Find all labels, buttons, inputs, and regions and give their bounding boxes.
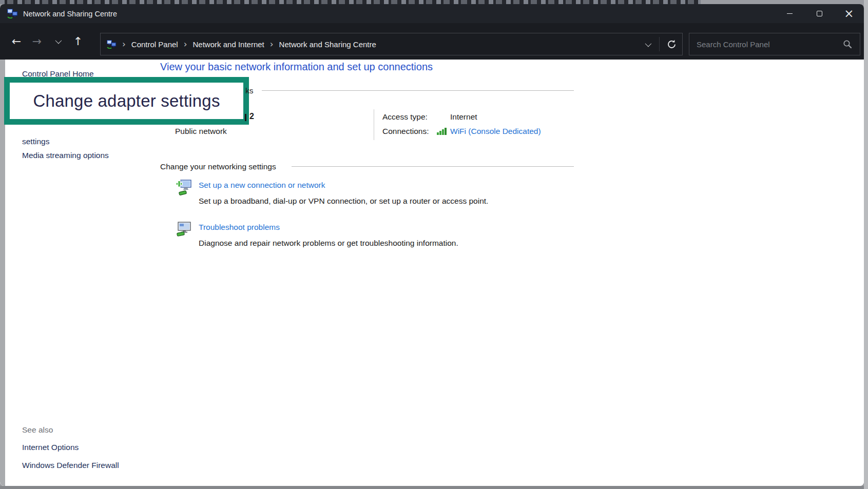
maximize-button[interactable]: [804, 4, 834, 23]
change-adapter-settings-label[interactable]: Change adapter settings: [33, 91, 220, 111]
setup-new-connection-link[interactable]: Set up a new connection or network: [199, 181, 325, 190]
search-box[interactable]: [689, 33, 860, 55]
navigation-toolbar: ← → ↑ › Control Panel › Network and Inte…: [0, 23, 864, 60]
maximize-icon: [817, 11, 822, 16]
window-title: Network and Sharing Centre: [23, 10, 117, 18]
recent-pages-button[interactable]: [47, 31, 68, 52]
section-rule: [262, 90, 574, 91]
forward-button[interactable]: →: [27, 31, 47, 52]
title-bar: Network and Sharing Centre ×: [0, 4, 864, 23]
troubleshoot-problems-link[interactable]: Troubleshoot problems: [199, 223, 280, 232]
back-arrow-icon: ←: [12, 36, 21, 47]
desktop-edge-right: [864, 0, 868, 489]
access-type-label: Access type:: [382, 112, 428, 122]
breadcrumb-control-panel[interactable]: Control Panel: [131, 40, 178, 49]
address-bar-controls: [636, 33, 682, 55]
breadcrumb-separator: ›: [184, 39, 187, 49]
divider: [659, 37, 660, 51]
up-arrow-icon: ↑: [73, 36, 83, 47]
chevron-down-icon: [55, 37, 62, 44]
network-name-fragment-sliver: [245, 114, 246, 121]
minimize-button[interactable]: [775, 4, 804, 23]
troubleshoot-problems-desc: Diagnose and repair network problems or …: [199, 239, 458, 248]
breadcrumb-network-sharing-centre[interactable]: Network and Sharing Centre: [279, 40, 376, 49]
troubleshoot-icon: [176, 221, 192, 238]
access-type-value: Internet: [450, 112, 477, 122]
divider: [374, 109, 374, 140]
breadcrumb-separator: ›: [122, 39, 126, 49]
networking-settings-section-title: Change your networking settings: [160, 162, 276, 171]
close-button[interactable]: ×: [834, 4, 864, 23]
wifi-connection-link[interactable]: WiFi (Console Dedicated): [450, 127, 541, 136]
connections-label: Connections:: [382, 127, 429, 136]
refresh-icon: [666, 39, 677, 50]
desktop-edge-bottom: [0, 486, 868, 489]
see-also-label: See also: [22, 425, 53, 435]
network-name-fragment: 2: [249, 112, 254, 121]
close-icon: ×: [844, 8, 854, 19]
clipped-background-text: [0, 0, 701, 4]
minimize-icon: [787, 13, 793, 14]
sidebar-item-media-streaming[interactable]: Media streaming options: [22, 151, 109, 160]
network-sharing-centre-window: Network and Sharing Centre × ← → ↑: [0, 4, 864, 486]
address-bar[interactable]: › Control Panel › Network and Internet ›…: [100, 33, 683, 55]
change-adapter-settings-highlight[interactable]: Change adapter settings: [4, 77, 249, 125]
screenshot-stage: Network and Sharing Centre × ← → ↑: [0, 0, 868, 489]
network-app-icon: [7, 9, 18, 18]
chevron-down-icon: [645, 40, 651, 47]
address-dropdown-button[interactable]: [636, 33, 658, 55]
network-type-label: Public network: [175, 127, 227, 136]
section-rule: [292, 166, 574, 167]
up-button[interactable]: ↑: [68, 31, 88, 52]
search-icon[interactable]: [843, 40, 853, 49]
page-title: View your basic network information and …: [160, 61, 433, 73]
sidebar-item-internet-options[interactable]: Internet Options: [22, 443, 79, 452]
active-networks-label-fragment: ks: [245, 86, 254, 95]
content-area: Control Panel Home settings Media stream…: [0, 60, 864, 486]
breadcrumb-network-and-internet[interactable]: Network and Internet: [193, 40, 264, 49]
setup-new-connection-desc: Set up a broadband, dial-up or VPN conne…: [199, 197, 488, 206]
breadcrumb-separator: ›: [270, 39, 274, 49]
forward-arrow-icon: →: [32, 36, 42, 47]
window-controls: ×: [775, 4, 864, 23]
breadcrumb-network-icon: [107, 40, 117, 49]
search-input[interactable]: [697, 40, 843, 49]
sidebar-item-windows-defender-firewall[interactable]: Windows Defender Firewall: [22, 461, 119, 470]
new-connection-icon: [175, 178, 193, 197]
wifi-signal-icon: [437, 128, 447, 135]
refresh-button[interactable]: [661, 33, 682, 55]
back-button[interactable]: ←: [6, 31, 27, 52]
sidebar-item-sharing-settings-fragment[interactable]: settings: [22, 137, 49, 146]
